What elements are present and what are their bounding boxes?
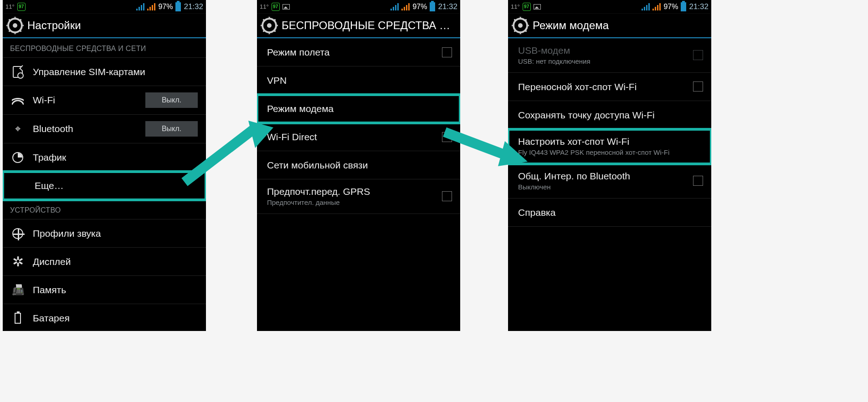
settings-item-label: Режим модема — [267, 103, 452, 114]
status-bar: 11° 97 97% 21:32 — [257, 0, 460, 14]
bluetooth-icon: ⌖ — [11, 122, 25, 136]
settings-item-wifi[interactable]: Wi-Fi Выкл. — [3, 86, 206, 115]
settings-item-label: Режим полета — [267, 46, 434, 58]
settings-item-sound-profiles[interactable]: Профили звука — [3, 219, 206, 248]
settings-item-label: Еще… — [13, 180, 64, 191]
audio-icon — [11, 227, 25, 240]
sim-icon — [11, 65, 25, 79]
gear-icon — [262, 18, 277, 33]
settings-item-label: Дисплей — [33, 256, 71, 267]
settings-item-mobile-networks[interactable]: Сети мобильной связи — [257, 151, 460, 179]
settings-item-label: Предпочт.перед. GPRS — [267, 186, 434, 197]
bluetooth-toggle[interactable]: Выкл. — [145, 121, 198, 137]
phone-screen-3: 11° 97 97% 21:32 Режим модема USB-модем … — [508, 0, 711, 331]
settings-item-bluetooth[interactable]: ⌖ Bluetooth Выкл. — [3, 115, 206, 143]
settings-item-subtitle: USB: нет подключения — [518, 57, 685, 66]
status-temperature: 11° — [5, 3, 15, 10]
battery-percent: 97% — [412, 3, 427, 11]
settings-item-label: Общ. Интер. по Bluetooth — [518, 170, 685, 182]
settings-item-label: Wi-Fi Direct — [267, 131, 434, 142]
screenshot-icon — [282, 4, 290, 10]
settings-item-data-usage[interactable]: Трафик — [3, 143, 206, 172]
settings-item-label: Переносной хот-спот Wi-Fi — [518, 81, 685, 92]
settings-item-portable-hotspot[interactable]: Переносной хот-спот Wi-Fi — [508, 73, 711, 101]
phone-screen-2: 11° 97 97% 21:32 БЕСПРОВОДНЫЕ СРЕДСТВА И… — [257, 0, 460, 331]
settings-item-label: Bluetooth — [33, 123, 73, 134]
settings-item-label: Сети мобильной связи — [267, 159, 452, 171]
page-title: Режим модема — [533, 19, 707, 32]
signal-1-icon — [390, 3, 400, 10]
settings-item-subtitle: Fly IQ443 WPA2 PSK переносной хот-спот W… — [518, 148, 703, 157]
settings-item-bluetooth-tethering[interactable]: Общ. Интер. по Bluetooth Выключен — [508, 164, 711, 198]
screen-header: Режим модема — [508, 14, 711, 38]
settings-item-label: Wi-Fi — [33, 94, 55, 106]
bluetooth-tethering-checkbox[interactable] — [693, 176, 703, 186]
signal-2-icon — [147, 3, 156, 10]
settings-item-memory[interactable]: 📠 Память — [3, 276, 206, 304]
settings-item-label: Справка — [518, 207, 703, 218]
status-badge: 97 — [523, 3, 531, 11]
settings-item-sim[interactable]: Управление SIM-картами — [3, 58, 206, 86]
settings-item-airplane-mode[interactable]: Режим полета — [257, 38, 460, 66]
gear-icon — [513, 18, 528, 33]
page-title: БЕСПРОВОДНЫЕ СРЕДСТВА И СЕ… — [282, 19, 456, 32]
settings-item-label: Батарея — [33, 312, 70, 324]
wifi-toggle[interactable]: Выкл. — [145, 92, 198, 108]
signal-1-icon — [642, 3, 651, 10]
screen-header: Настройки — [3, 14, 206, 38]
settings-item-wifi-direct[interactable]: Wi-Fi Direct — [257, 123, 460, 151]
portable-hotspot-checkbox[interactable] — [693, 81, 703, 92]
settings-item-usb-modem: USB-модем USB: нет подключения — [508, 38, 711, 73]
settings-item-subtitle: Выключен — [518, 183, 685, 192]
settings-item-tethering[interactable]: Режим модема — [257, 95, 460, 123]
status-bar: 11° 97 97% 21:32 — [3, 0, 206, 14]
gear-icon — [7, 18, 23, 33]
settings-item-more[interactable]: Еще… — [3, 172, 206, 200]
status-time: 21:32 — [438, 2, 457, 11]
settings-item-keep-hotspot[interactable]: Сохранять точку доступа Wi-Fi — [508, 101, 711, 129]
data-usage-icon — [11, 151, 25, 164]
settings-item-configure-hotspot[interactable]: Настроить хот-спот Wi-Fi Fly IQ443 WPA2 … — [508, 129, 711, 164]
settings-item-subtitle: Предпочтител. данные — [267, 198, 434, 207]
screen-header: БЕСПРОВОДНЫЕ СРЕДСТВА И СЕ… — [257, 14, 460, 38]
status-badge: 97 — [272, 3, 280, 11]
settings-item-display[interactable]: Дисплей — [3, 248, 206, 276]
battery-icon — [681, 2, 686, 11]
signal-2-icon — [401, 3, 411, 10]
settings-item-gprs-preference[interactable]: Предпочт.перед. GPRS Предпочтител. данны… — [257, 179, 460, 214]
settings-item-label: Настроить хот-спот Wi-Fi — [518, 136, 703, 147]
settings-item-label: Память — [33, 284, 66, 295]
usb-modem-checkbox — [693, 50, 703, 60]
screenshot-icon — [534, 4, 541, 10]
status-time: 21:32 — [184, 2, 203, 11]
battery-settings-icon — [11, 311, 25, 325]
battery-percent: 97% — [663, 3, 678, 11]
settings-item-label: Сохранять точку доступа Wi-Fi — [518, 109, 703, 121]
status-badge: 97 — [17, 3, 26, 11]
settings-item-label: Трафик — [33, 152, 66, 163]
settings-item-label: Управление SIM-картами — [33, 66, 145, 77]
status-time: 21:32 — [689, 2, 709, 11]
status-temperature: 11° — [511, 3, 520, 10]
status-temperature: 11° — [260, 3, 269, 10]
wifi-direct-checkbox[interactable] — [442, 132, 452, 142]
gprs-checkbox[interactable] — [442, 191, 452, 201]
signal-2-icon — [652, 3, 662, 10]
memory-icon: 📠 — [11, 283, 25, 297]
settings-item-label: VPN — [267, 75, 452, 86]
battery-icon — [175, 2, 181, 11]
signal-1-icon — [136, 3, 145, 10]
settings-item-vpn[interactable]: VPN — [257, 66, 460, 95]
settings-item-battery[interactable]: Батарея — [3, 304, 206, 331]
display-icon — [11, 255, 25, 269]
settings-item-label: USB-модем — [518, 45, 685, 56]
phone-screen-1: 11° 97 97% 21:32 Настройки БЕСПРОВОДНЫЕ … — [3, 0, 206, 331]
wifi-icon — [11, 93, 25, 107]
settings-item-label: Профили звука — [33, 228, 101, 239]
battery-percent: 97% — [158, 3, 173, 11]
page-title: Настройки — [27, 19, 201, 32]
category-header: УСТРОЙСТВО — [3, 200, 206, 219]
airplane-mode-checkbox[interactable] — [442, 47, 452, 57]
status-bar: 11° 97 97% 21:32 — [508, 0, 711, 14]
settings-item-help[interactable]: Справка — [508, 198, 711, 227]
